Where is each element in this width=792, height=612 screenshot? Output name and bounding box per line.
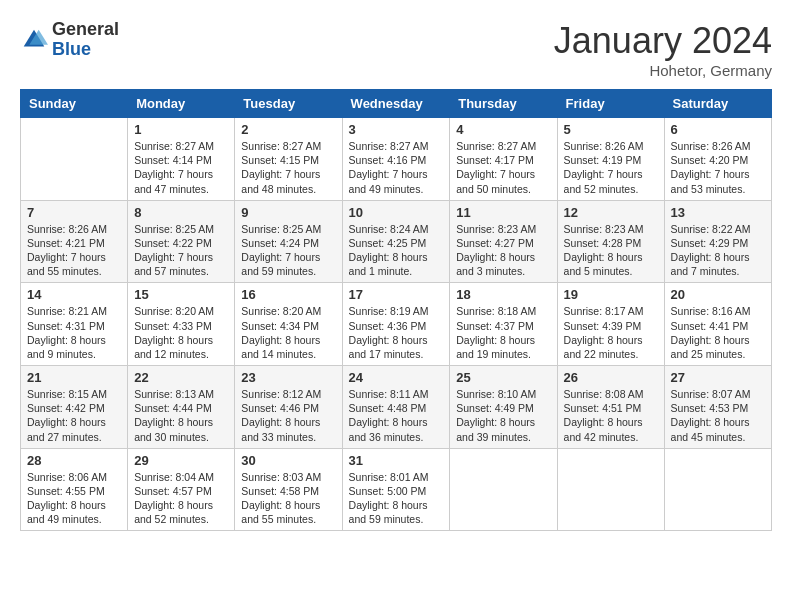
day-info: Sunrise: 8:25 AMSunset: 4:24 PMDaylight:… — [241, 222, 335, 279]
day-info: Sunrise: 8:27 AMSunset: 4:15 PMDaylight:… — [241, 139, 335, 196]
column-header-thursday: Thursday — [450, 90, 557, 118]
day-number: 6 — [671, 122, 765, 137]
header-row: SundayMondayTuesdayWednesdayThursdayFrid… — [21, 90, 772, 118]
day-info: Sunrise: 8:08 AMSunset: 4:51 PMDaylight:… — [564, 387, 658, 444]
day-info: Sunrise: 8:26 AMSunset: 4:21 PMDaylight:… — [27, 222, 121, 279]
day-number: 22 — [134, 370, 228, 385]
calendar-week-5: 28Sunrise: 8:06 AMSunset: 4:55 PMDayligh… — [21, 448, 772, 531]
day-info: Sunrise: 8:25 AMSunset: 4:22 PMDaylight:… — [134, 222, 228, 279]
day-info: Sunrise: 8:26 AMSunset: 4:20 PMDaylight:… — [671, 139, 765, 196]
logo: General Blue — [20, 20, 119, 60]
day-info: Sunrise: 8:12 AMSunset: 4:46 PMDaylight:… — [241, 387, 335, 444]
day-number: 30 — [241, 453, 335, 468]
calendar-cell: 21Sunrise: 8:15 AMSunset: 4:42 PMDayligh… — [21, 366, 128, 449]
calendar-cell: 15Sunrise: 8:20 AMSunset: 4:33 PMDayligh… — [128, 283, 235, 366]
day-info: Sunrise: 8:19 AMSunset: 4:36 PMDaylight:… — [349, 304, 444, 361]
day-number: 21 — [27, 370, 121, 385]
calendar-cell: 28Sunrise: 8:06 AMSunset: 4:55 PMDayligh… — [21, 448, 128, 531]
calendar-cell — [21, 118, 128, 201]
column-header-friday: Friday — [557, 90, 664, 118]
day-info: Sunrise: 8:22 AMSunset: 4:29 PMDaylight:… — [671, 222, 765, 279]
column-header-saturday: Saturday — [664, 90, 771, 118]
day-info: Sunrise: 8:23 AMSunset: 4:28 PMDaylight:… — [564, 222, 658, 279]
calendar-cell: 22Sunrise: 8:13 AMSunset: 4:44 PMDayligh… — [128, 366, 235, 449]
calendar-cell: 16Sunrise: 8:20 AMSunset: 4:34 PMDayligh… — [235, 283, 342, 366]
day-number: 25 — [456, 370, 550, 385]
calendar-cell: 30Sunrise: 8:03 AMSunset: 4:58 PMDayligh… — [235, 448, 342, 531]
calendar-cell: 26Sunrise: 8:08 AMSunset: 4:51 PMDayligh… — [557, 366, 664, 449]
calendar-cell: 5Sunrise: 8:26 AMSunset: 4:19 PMDaylight… — [557, 118, 664, 201]
day-number: 15 — [134, 287, 228, 302]
calendar-week-3: 14Sunrise: 8:21 AMSunset: 4:31 PMDayligh… — [21, 283, 772, 366]
day-info: Sunrise: 8:17 AMSunset: 4:39 PMDaylight:… — [564, 304, 658, 361]
day-info: Sunrise: 8:10 AMSunset: 4:49 PMDaylight:… — [456, 387, 550, 444]
column-header-sunday: Sunday — [21, 90, 128, 118]
calendar-cell: 7Sunrise: 8:26 AMSunset: 4:21 PMDaylight… — [21, 200, 128, 283]
calendar-week-4: 21Sunrise: 8:15 AMSunset: 4:42 PMDayligh… — [21, 366, 772, 449]
day-info: Sunrise: 8:15 AMSunset: 4:42 PMDaylight:… — [27, 387, 121, 444]
month-title: January 2024 — [554, 20, 772, 62]
logo-icon — [20, 26, 48, 54]
title-block: January 2024 Hohetor, Germany — [554, 20, 772, 79]
day-info: Sunrise: 8:16 AMSunset: 4:41 PMDaylight:… — [671, 304, 765, 361]
day-info: Sunrise: 8:21 AMSunset: 4:31 PMDaylight:… — [27, 304, 121, 361]
calendar-cell: 4Sunrise: 8:27 AMSunset: 4:17 PMDaylight… — [450, 118, 557, 201]
calendar-cell — [557, 448, 664, 531]
day-number: 11 — [456, 205, 550, 220]
day-number: 4 — [456, 122, 550, 137]
day-number: 19 — [564, 287, 658, 302]
day-number: 3 — [349, 122, 444, 137]
calendar-cell: 14Sunrise: 8:21 AMSunset: 4:31 PMDayligh… — [21, 283, 128, 366]
calendar-cell: 13Sunrise: 8:22 AMSunset: 4:29 PMDayligh… — [664, 200, 771, 283]
day-number: 8 — [134, 205, 228, 220]
calendar-cell: 24Sunrise: 8:11 AMSunset: 4:48 PMDayligh… — [342, 366, 450, 449]
logo-blue-text: Blue — [52, 39, 91, 59]
day-info: Sunrise: 8:11 AMSunset: 4:48 PMDaylight:… — [349, 387, 444, 444]
day-info: Sunrise: 8:06 AMSunset: 4:55 PMDaylight:… — [27, 470, 121, 527]
calendar-cell: 27Sunrise: 8:07 AMSunset: 4:53 PMDayligh… — [664, 366, 771, 449]
calendar-header: SundayMondayTuesdayWednesdayThursdayFrid… — [21, 90, 772, 118]
day-number: 1 — [134, 122, 228, 137]
day-info: Sunrise: 8:03 AMSunset: 4:58 PMDaylight:… — [241, 470, 335, 527]
calendar-week-1: 1Sunrise: 8:27 AMSunset: 4:14 PMDaylight… — [21, 118, 772, 201]
day-info: Sunrise: 8:13 AMSunset: 4:44 PMDaylight:… — [134, 387, 228, 444]
day-info: Sunrise: 8:23 AMSunset: 4:27 PMDaylight:… — [456, 222, 550, 279]
calendar-cell: 20Sunrise: 8:16 AMSunset: 4:41 PMDayligh… — [664, 283, 771, 366]
calendar-cell: 9Sunrise: 8:25 AMSunset: 4:24 PMDaylight… — [235, 200, 342, 283]
day-number: 26 — [564, 370, 658, 385]
calendar-cell: 18Sunrise: 8:18 AMSunset: 4:37 PMDayligh… — [450, 283, 557, 366]
day-number: 28 — [27, 453, 121, 468]
calendar-cell: 17Sunrise: 8:19 AMSunset: 4:36 PMDayligh… — [342, 283, 450, 366]
page-header: General Blue January 2024 Hohetor, Germa… — [20, 20, 772, 79]
day-number: 7 — [27, 205, 121, 220]
day-number: 5 — [564, 122, 658, 137]
day-info: Sunrise: 8:27 AMSunset: 4:16 PMDaylight:… — [349, 139, 444, 196]
location: Hohetor, Germany — [554, 62, 772, 79]
calendar-cell: 8Sunrise: 8:25 AMSunset: 4:22 PMDaylight… — [128, 200, 235, 283]
calendar-cell: 1Sunrise: 8:27 AMSunset: 4:14 PMDaylight… — [128, 118, 235, 201]
day-number: 12 — [564, 205, 658, 220]
calendar-week-2: 7Sunrise: 8:26 AMSunset: 4:21 PMDaylight… — [21, 200, 772, 283]
calendar-cell: 19Sunrise: 8:17 AMSunset: 4:39 PMDayligh… — [557, 283, 664, 366]
day-number: 27 — [671, 370, 765, 385]
day-number: 23 — [241, 370, 335, 385]
day-number: 16 — [241, 287, 335, 302]
day-info: Sunrise: 8:27 AMSunset: 4:14 PMDaylight:… — [134, 139, 228, 196]
day-info: Sunrise: 8:18 AMSunset: 4:37 PMDaylight:… — [456, 304, 550, 361]
day-info: Sunrise: 8:24 AMSunset: 4:25 PMDaylight:… — [349, 222, 444, 279]
calendar-cell: 12Sunrise: 8:23 AMSunset: 4:28 PMDayligh… — [557, 200, 664, 283]
day-info: Sunrise: 8:20 AMSunset: 4:34 PMDaylight:… — [241, 304, 335, 361]
calendar-cell: 29Sunrise: 8:04 AMSunset: 4:57 PMDayligh… — [128, 448, 235, 531]
day-number: 20 — [671, 287, 765, 302]
day-number: 13 — [671, 205, 765, 220]
calendar-cell: 23Sunrise: 8:12 AMSunset: 4:46 PMDayligh… — [235, 366, 342, 449]
calendar-body: 1Sunrise: 8:27 AMSunset: 4:14 PMDaylight… — [21, 118, 772, 531]
day-number: 18 — [456, 287, 550, 302]
day-info: Sunrise: 8:07 AMSunset: 4:53 PMDaylight:… — [671, 387, 765, 444]
day-number: 24 — [349, 370, 444, 385]
calendar-cell: 2Sunrise: 8:27 AMSunset: 4:15 PMDaylight… — [235, 118, 342, 201]
calendar-cell: 25Sunrise: 8:10 AMSunset: 4:49 PMDayligh… — [450, 366, 557, 449]
calendar-cell: 6Sunrise: 8:26 AMSunset: 4:20 PMDaylight… — [664, 118, 771, 201]
day-number: 31 — [349, 453, 444, 468]
day-number: 2 — [241, 122, 335, 137]
